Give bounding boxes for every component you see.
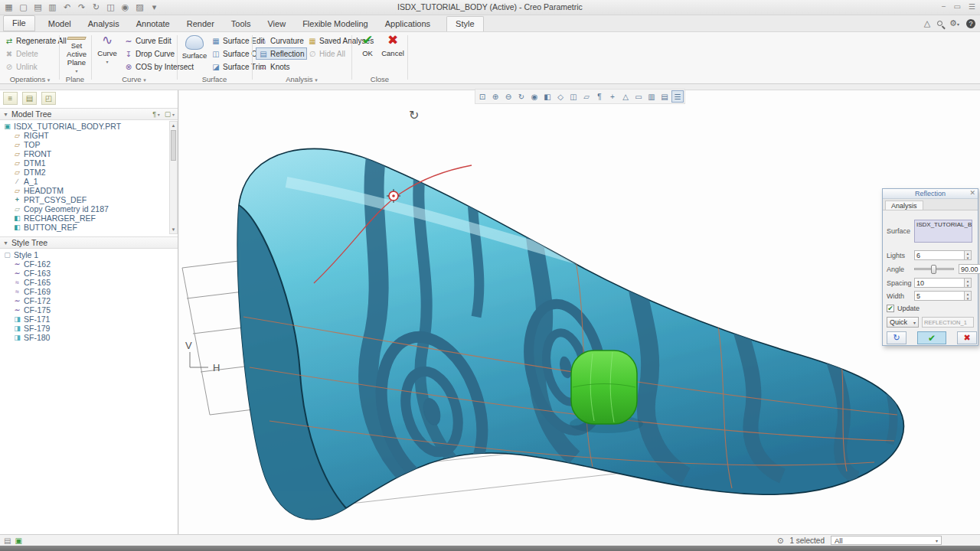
spacing-input[interactable]: 10 bbox=[914, 278, 965, 288]
model-tree-item[interactable]: BUTTON_REF bbox=[0, 223, 168, 232]
group-separator bbox=[252, 35, 253, 80]
reflection-icon[interactable]: Reflection bbox=[256, 47, 307, 60]
model-tree-item[interactable]: DTM2 bbox=[0, 168, 168, 177]
datum-plane-icon bbox=[13, 168, 21, 176]
style-tree-item[interactable]: SF-179 bbox=[0, 324, 178, 333]
style-tree-item[interactable]: Style 1 bbox=[0, 250, 178, 259]
ribbon-tab[interactable]: Applications bbox=[377, 17, 439, 31]
model-tree-item[interactable]: RECHARGER_REF bbox=[0, 214, 168, 223]
graphics-area[interactable]: V H bbox=[179, 90, 980, 534]
cancel-button[interactable]: ✖ Cancel bbox=[380, 34, 406, 73]
selection-filter-dropdown[interactable]: All ▾ bbox=[831, 536, 942, 545]
style-tree-item[interactable]: SF-171 bbox=[0, 315, 178, 324]
creo-app-icon[interactable]: ▦ bbox=[3, 2, 15, 13]
spacing-spinner[interactable]: ▴▾ bbox=[965, 278, 972, 288]
tab-analysis[interactable]: Analysis bbox=[885, 201, 923, 210]
model-tree-scrollbar[interactable]: ▲ ▼ bbox=[169, 121, 178, 234]
width-input[interactable]: 5 bbox=[914, 291, 965, 301]
update-checkbox[interactable]: ✔ bbox=[887, 305, 894, 312]
ok-button[interactable]: ✔ OK bbox=[357, 34, 378, 73]
search-icon[interactable] bbox=[937, 21, 942, 26]
ribbon-tab[interactable]: Analysis bbox=[80, 17, 128, 31]
scroll-thumb[interactable] bbox=[171, 130, 176, 161]
find-icon[interactable]: ⊙ bbox=[777, 536, 783, 545]
quick-dropdown[interactable]: Quick▾ bbox=[887, 317, 919, 328]
scroll-up-icon[interactable]: ▲ bbox=[170, 122, 177, 129]
angle-input[interactable]: 90.00 bbox=[959, 264, 980, 274]
operations-group-label[interactable]: Operations ▾ bbox=[2, 75, 58, 84]
model-tree-item[interactable]: A_1 bbox=[0, 177, 168, 186]
lights-spinner[interactable]: ▴▾ bbox=[965, 250, 972, 260]
style-tree-item[interactable]: CF-162 bbox=[0, 259, 178, 269]
style-tree-item[interactable]: CF-175 bbox=[0, 305, 178, 315]
style-tree-item[interactable]: CF-165 bbox=[0, 278, 178, 287]
set-active-plane-button[interactable]: Set Active Plane▾ bbox=[61, 34, 92, 73]
save-icon[interactable]: ▥ bbox=[47, 2, 58, 13]
ribbon-tab[interactable]: Style bbox=[446, 16, 483, 31]
green-button-surface[interactable] bbox=[570, 350, 643, 433]
surface-collector[interactable]: ISDX_TUTORIAL_BOD bbox=[914, 220, 972, 243]
regenerate-quick-icon[interactable]: ↻ bbox=[90, 2, 102, 13]
ribbon-tab[interactable]: View bbox=[259, 17, 294, 31]
analysis-name-input[interactable]: REFLECTION_1 bbox=[922, 317, 974, 328]
model-tree-item[interactable]: TOP bbox=[0, 140, 168, 149]
redo-icon[interactable]: ↷ bbox=[76, 2, 87, 13]
minimize-icon[interactable]: − bbox=[942, 2, 946, 11]
style-tree-item[interactable]: CF-169 bbox=[0, 287, 178, 296]
lights-input[interactable]: 6 bbox=[914, 250, 965, 260]
ribbon-tab[interactable]: Tools bbox=[223, 17, 260, 31]
windows-icon[interactable]: ◫ bbox=[105, 2, 116, 13]
curve-button[interactable]: ∿ Curve▾ bbox=[93, 34, 121, 73]
model-tree-toggle-icon[interactable]: ≡ bbox=[3, 92, 18, 105]
options-gear-icon[interactable]: ⚙▾ bbox=[949, 18, 959, 28]
folder-icon[interactable]: ▨ bbox=[134, 2, 145, 13]
message-log-icon[interactable]: ▤ bbox=[4, 536, 11, 545]
style-tree-item[interactable]: SF-180 bbox=[0, 333, 178, 342]
model-tree-item[interactable]: DTM1 bbox=[0, 158, 168, 168]
tree-filter-icon[interactable]: ¶ ▾ bbox=[152, 110, 160, 118]
style-tree-item[interactable]: CF-163 bbox=[0, 269, 178, 278]
style-tree: Style 1 CF-162 CF-163 CF-165 CF-169 CF-1… bbox=[0, 250, 178, 342]
model-tree-item[interactable]: PRT_CSYS_DEF bbox=[0, 195, 168, 204]
help-icon[interactable]: ? bbox=[966, 19, 975, 28]
model-tree-item[interactable]: HEADDTM bbox=[0, 186, 168, 195]
model-prompt-icon[interactable]: ▣ bbox=[15, 536, 21, 545]
curve-group-label[interactable]: Curve ▾ bbox=[92, 75, 176, 84]
ribbon-tab[interactable]: Flexible Modeling bbox=[294, 17, 377, 31]
folder-browser-icon[interactable]: ▤ bbox=[22, 92, 37, 105]
web-browser-icon[interactable]: ◉ bbox=[119, 2, 131, 13]
scroll-down-icon[interactable]: ▼ bbox=[170, 226, 177, 233]
close-icon[interactable]: ✕ bbox=[969, 189, 975, 197]
style-tree-header[interactable]: ▼ Style Tree bbox=[0, 236, 178, 249]
reject-button[interactable]: ✖ bbox=[957, 331, 977, 344]
model-tree-item[interactable]: ISDX_TUTORIAL_BODY.PRT bbox=[0, 122, 168, 131]
model-tree-item[interactable]: FRONT bbox=[0, 149, 168, 158]
reflection-dialog-title[interactable]: Reflection ✕ bbox=[883, 189, 978, 199]
tree-columns-icon[interactable]: ▢ ▾ bbox=[165, 110, 175, 118]
model-tree-item[interactable]: RIGHT bbox=[0, 131, 168, 140]
ribbon-tab[interactable]: File bbox=[3, 15, 35, 31]
angle-slider-thumb[interactable] bbox=[931, 265, 936, 274]
analysis-group-label[interactable]: Analysis ▾ bbox=[253, 75, 351, 84]
curvature-icon[interactable]: Curvature bbox=[256, 34, 307, 47]
new-file-icon[interactable]: ▢ bbox=[18, 2, 29, 13]
favorites-icon[interactable]: ◰ bbox=[41, 92, 56, 105]
ribbon-tab[interactable]: Annotate bbox=[128, 17, 178, 31]
model-tree-item[interactable]: Copy Geometry id 2187 bbox=[0, 204, 168, 214]
collapse-ribbon-icon[interactable]: △ bbox=[924, 18, 930, 28]
accept-button[interactable]: ✔ bbox=[917, 331, 946, 344]
width-spinner[interactable]: ▴▾ bbox=[965, 291, 972, 301]
angle-slider[interactable] bbox=[914, 268, 954, 270]
restore-icon[interactable]: ▭ bbox=[954, 2, 961, 11]
window-menu-icon[interactable]: ☰ bbox=[969, 2, 975, 11]
surface-button[interactable]: Surface bbox=[181, 34, 208, 73]
open-file-icon[interactable]: ▤ bbox=[32, 2, 44, 13]
ribbon-tab[interactable]: Model bbox=[40, 17, 80, 31]
more-commands-icon[interactable]: ▾ bbox=[149, 2, 160, 13]
repeat-analysis-button[interactable]: ↻ bbox=[887, 331, 906, 344]
undo-icon[interactable]: ↶ bbox=[61, 2, 73, 13]
model-tree-header[interactable]: ▼ Model Tree ¶ ▾▢ ▾ bbox=[0, 108, 178, 120]
knots-icon[interactable]: Knots bbox=[256, 60, 307, 73]
ribbon-tab[interactable]: Render bbox=[178, 17, 223, 31]
style-tree-item[interactable]: CF-172 bbox=[0, 296, 178, 305]
